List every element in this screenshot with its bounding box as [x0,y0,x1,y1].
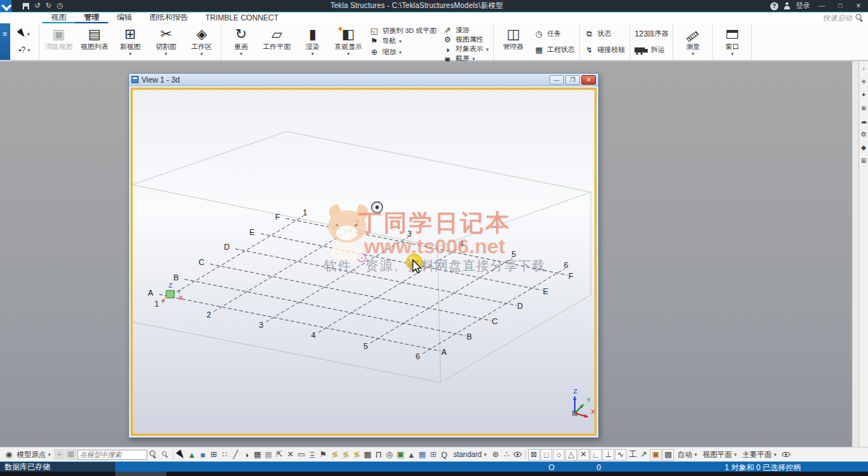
ribbon-switch-3d-plane-button[interactable]: ◱切换到 3D 或平面 [369,26,436,36]
ribbon-fly-button[interactable]: ⇗漫游 [442,26,489,35]
snap-depth-dropdown[interactable]: 自动▾ [675,450,700,460]
close-button[interactable]: ✕ [852,2,865,9]
ribbon-view-list-button[interactable]: ▤视图列表 [77,24,112,59]
select-cuts-button[interactable]: ✕ [285,449,296,461]
model-origin-dropdown[interactable]: ◉ 模型原点 ▾ [1,449,53,461]
tab-4[interactable]: TRIMBLE CONNECT [197,12,287,23]
snap-circle-pt-button[interactable]: ○ [553,449,565,461]
select-pointer-button[interactable]: ▾ [19,29,30,38]
add-point-button[interactable]: ＋ [54,449,65,460]
view-close-button[interactable]: ✕ [581,75,596,85]
ortho-toggle-button[interactable]: ▣ [650,449,662,461]
snap-free-button[interactable]: ↗ [638,449,649,461]
select-parts-button[interactable]: ╱ [230,449,241,461]
inquiry-button[interactable]: ▪?▾ [19,46,31,54]
visibility-eye-button[interactable] [780,449,791,461]
snap-grid-button[interactable]: ▩ [363,449,373,461]
select-points-button[interactable]: ∷ [220,449,230,461]
selection-filter-dropdown[interactable]: standard ▾ [451,450,489,458]
snap-perpendicular-button[interactable]: ⊥ [602,449,614,461]
work-plane-select-dropdown[interactable]: 主要平面▾ [740,450,780,460]
snap-frame-button[interactable]: Π [373,449,384,461]
view-window[interactable]: View 1 - 3d — ❐ ✕ AABBCCDDEEFF1122334455… [128,73,599,438]
sidepane-online-icon[interactable]: ⊕ [861,104,867,112]
tab-3[interactable]: 图纸和报告 [141,12,197,23]
select-assemblies-button[interactable]: ⊞ [209,449,220,461]
sidepane-warehouse-icon[interactable]: ◆ [861,144,867,151]
tab-0[interactable]: 视图 [42,12,75,23]
grid-button[interactable]: ▦ [66,449,77,460]
snap-cursor-button[interactable]: ∴ [501,449,512,461]
viewport-3d[interactable]: AABBCCDDEEFF112233445566ZYX✕ZYX 丁同学日记本 w… [131,88,597,436]
search-model-button[interactable] [148,449,159,461]
help-icon[interactable]: ? [770,2,778,10]
minimize-button[interactable]: — [815,2,829,9]
view-restore-button[interactable]: ❐ [565,75,580,85]
view-window-titlebar[interactable]: View 1 - 3d — ❐ ✕ [129,74,598,86]
ribbon-project-status-button[interactable]: ▦工程状态 [534,45,575,55]
select-flags-button[interactable]: ⚑ [318,449,329,461]
ribbon-redraw-button[interactable]: ↻重画▾ [223,24,259,59]
select-all-button[interactable] [176,449,187,461]
tab-1[interactable]: 管理 [75,12,108,23]
ribbon-visualize-button[interactable]: ◧直观显示▾ [330,24,366,59]
select-bars-button[interactable]: Ξ [307,449,318,461]
view-minimize-button[interactable]: — [549,75,564,85]
sidepane-settings-gear-icon[interactable]: ⚙ [861,131,867,138]
snap-intersection-button[interactable]: ✕ [578,449,589,461]
select-views-button[interactable]: ▭ [296,449,307,461]
snap-plane-dropdown[interactable]: 视图平面▾ [700,450,740,460]
snap-circle-button[interactable]: ◎ [384,449,395,461]
snap-nearest-button[interactable]: △ [565,449,577,461]
undo-icon[interactable]: ↺ [34,0,40,12]
ribbon-manager-button[interactable]: ◫管理器 [495,24,531,59]
select-grid-line-button[interactable]: ▦ [263,449,274,461]
ribbon-object-representation-button[interactable]: ◑对象表示▾ [442,45,489,54]
sidepane-custom-grid-icon[interactable]: ⊞ [861,157,867,164]
sidepane-collapse-icon[interactable]: › [863,65,865,72]
ribbon-sequencer-button[interactable]: 123...排序器 [635,28,669,39]
ribbon-status-button[interactable]: ⧉状态 [584,28,625,39]
lasso-button[interactable]: Q [439,449,450,461]
user-icon[interactable] [783,2,791,10]
canvas-scroll-strip[interactable] [852,61,859,447]
login-button[interactable]: 登录 [796,1,810,11]
snap-points-a-button[interactable]: ≶ [330,449,341,461]
select-blue-plus-button[interactable]: ⊞ [428,449,439,461]
ribbon-navigate-button[interactable]: ⚑导航▾ [369,37,436,47]
snap-ref-button[interactable]: ⊠ [528,449,540,461]
history-icon[interactable]: ◷ [57,0,63,12]
maximize-button[interactable]: □ [834,2,847,9]
snap-angle-button[interactable]: ∟ [590,449,602,461]
sidepane-model-sharing-cloud-icon[interactable]: ☁ [861,118,867,125]
save-icon[interactable] [23,3,29,9]
xsnap-toggle-button[interactable]: ▩ [662,449,674,461]
ribbon-work-plane-button[interactable]: ▱工作平面 [259,24,295,59]
ribbon-rendering-button[interactable]: ▮渲染▾ [295,24,330,59]
snap-geometry-button[interactable]: □ [540,449,552,461]
ribbon-clip-plane-button[interactable]: ✂切割面▾ [148,24,184,59]
select-tri-button[interactable]: ▲ [406,449,417,461]
redo-icon[interactable]: ↻ [45,0,51,12]
snap-eye-button[interactable] [512,449,523,461]
ribbon-measure-button[interactable]: 测量▾ [675,24,710,59]
ribbon-tasks-button[interactable]: ◷任务 [534,28,575,39]
menu-rail-button[interactable]: ≡ [0,23,10,60]
ribbon-zoom-button[interactable]: ⊕缩放▾ [369,47,436,58]
model-search-input[interactable] [77,450,147,460]
select-comp-green-button[interactable]: ▣ [395,449,406,461]
search-icon[interactable] [856,14,864,22]
quick-launch-input[interactable]: 快速启动 [823,13,852,23]
snap-points-c-button[interactable]: ≶ [352,449,363,461]
snap-curve-button[interactable]: ∿ [615,449,627,461]
ribbon-new-view-button[interactable]: ⊞新视图▾ [112,24,148,59]
select-component-button[interactable]: ▲ [187,449,198,461]
ribbon-clash-check-button[interactable]: ↯碰撞校核 [584,45,625,55]
snap-extension-button[interactable]: 工 [627,449,638,461]
ribbon-lotting-button[interactable]: 拆运 [635,45,669,55]
tab-2[interactable]: 编辑 [108,12,141,23]
snap-override-button[interactable]: ⊛ [490,449,501,461]
select-welds-button[interactable]: ⇱ [274,449,285,461]
ribbon-view-properties-button[interactable]: ⚙视图属性 [442,35,489,45]
sidepane-components-icon[interactable]: ✳ [861,78,867,85]
